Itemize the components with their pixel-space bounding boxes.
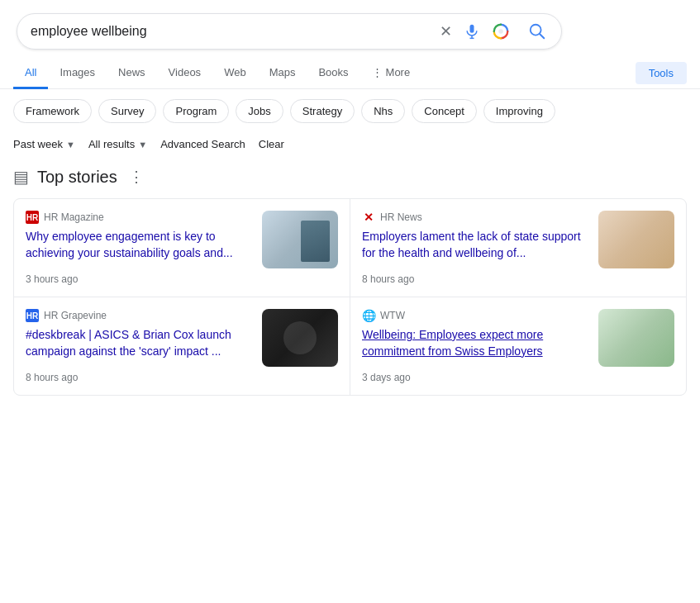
tab-books[interactable]: Books xyxy=(307,58,360,89)
advanced-search-link[interactable]: Advanced Search xyxy=(160,138,245,150)
hr-news-logo: ✕ xyxy=(362,211,375,224)
clear-filter-link[interactable]: Clear xyxy=(259,138,284,150)
chip-framework[interactable]: Framework xyxy=(13,99,92,123)
chip-strategy[interactable]: Strategy xyxy=(290,99,355,123)
tab-images[interactable]: Images xyxy=(48,58,107,89)
svg-line-6 xyxy=(540,34,544,38)
story-content-1: HR HR Magazine Why employee engagement i… xyxy=(26,211,254,264)
chips-row: Framework Survey Program Jobs Strategy N… xyxy=(0,89,700,133)
nav-tabs: All Images News Videos Web Maps Books ⋮ … xyxy=(0,50,700,89)
story-title-3: #deskbreak | ASICS & Brian Cox launch ca… xyxy=(26,327,254,359)
svg-point-4 xyxy=(498,29,503,34)
tab-news[interactable]: News xyxy=(107,58,157,89)
tab-videos[interactable]: Videos xyxy=(157,58,213,89)
chip-improving[interactable]: Improving xyxy=(483,99,555,123)
section-header: ▤ Top stories ⋮ xyxy=(13,167,687,187)
story-time-4: 3 days ago xyxy=(362,372,674,383)
filter-row: Past week ▼ All results ▼ Advanced Searc… xyxy=(0,133,700,160)
story-source-1: HR HR Magazine xyxy=(26,211,254,224)
tools-button[interactable]: Tools xyxy=(636,62,687,84)
story-title-1: Why employee engagement is key to achiev… xyxy=(26,229,254,261)
search-bar: ✕ xyxy=(17,13,562,50)
results-filter-button[interactable]: All results ▼ xyxy=(88,138,147,150)
search-submit-button[interactable] xyxy=(526,21,548,42)
tab-more[interactable]: ⋮ More xyxy=(360,58,422,89)
story-content-4: 🌐 WTW Wellbeing: Employees expect more c… xyxy=(362,309,590,363)
hr-magazine-logo: HR xyxy=(26,211,39,224)
time-filter-arrow-icon: ▼ xyxy=(66,140,75,150)
source-name-3: HR Grapevine xyxy=(44,310,107,321)
search-bar-container: ✕ xyxy=(0,0,700,50)
chip-program[interactable]: Program xyxy=(163,99,229,123)
story-title-2: Employers lament the lack of state suppo… xyxy=(362,229,590,261)
story-card-4[interactable]: 🌐 WTW Wellbeing: Employees expect more c… xyxy=(350,297,686,395)
story-time-2: 8 hours ago xyxy=(362,273,674,285)
story-source-2: ✕ HR News xyxy=(362,211,590,224)
top-stories-section: ▤ Top stories ⋮ HR HR Magazine Why emplo… xyxy=(0,160,700,396)
story-inner-2: ✕ HR News Employers lament the lack of s… xyxy=(362,211,674,268)
results-filter-arrow-icon: ▼ xyxy=(138,140,147,150)
tab-all[interactable]: All xyxy=(13,58,48,89)
story-source-4: 🌐 WTW xyxy=(362,309,590,322)
svg-rect-0 xyxy=(470,25,474,33)
story-inner-1: HR HR Magazine Why employee engagement i… xyxy=(26,211,338,268)
chip-jobs[interactable]: Jobs xyxy=(236,99,283,123)
newspaper-icon: ▤ xyxy=(13,167,29,187)
chip-survey[interactable]: Survey xyxy=(98,99,156,123)
story-thumb-1 xyxy=(262,211,338,268)
source-name-4: WTW xyxy=(380,310,405,321)
story-content-3: HR HR Grapevine #deskbreak | ASICS & Bri… xyxy=(26,309,254,363)
story-card-2[interactable]: ✕ HR News Employers lament the lack of s… xyxy=(350,199,686,297)
hr-grapevine-logo: HR xyxy=(26,309,39,322)
story-title-4: Wellbeing: Employees expect more commitm… xyxy=(362,327,590,359)
clear-search-button[interactable]: ✕ xyxy=(438,21,454,42)
search-bar-icons: ✕ xyxy=(438,21,548,42)
time-filter-button[interactable]: Past week ▼ xyxy=(13,138,75,150)
story-time-1: 3 hours ago xyxy=(26,273,338,285)
wtw-logo: 🌐 xyxy=(362,309,375,322)
more-dots-icon: ⋮ xyxy=(372,66,383,78)
story-thumb-3 xyxy=(262,309,338,367)
tab-maps[interactable]: Maps xyxy=(258,58,307,89)
section-more-icon[interactable]: ⋮ xyxy=(129,168,144,186)
search-input[interactable] xyxy=(31,24,438,39)
story-time-3: 8 hours ago xyxy=(26,372,338,383)
story-thumb-2 xyxy=(598,211,674,268)
tab-web[interactable]: Web xyxy=(212,58,258,89)
stories-grid: HR HR Magazine Why employee engagement i… xyxy=(13,198,687,396)
story-inner-3: HR HR Grapevine #deskbreak | ASICS & Bri… xyxy=(26,309,338,367)
source-name-1: HR Magazine xyxy=(44,211,104,223)
chip-nhs[interactable]: Nhs xyxy=(361,99,405,123)
section-title: Top stories xyxy=(37,168,117,187)
voice-search-button[interactable] xyxy=(462,21,482,41)
story-inner-4: 🌐 WTW Wellbeing: Employees expect more c… xyxy=(362,309,674,367)
story-card-1[interactable]: HR HR Magazine Why employee engagement i… xyxy=(14,199,350,297)
story-card-3[interactable]: HR HR Grapevine #deskbreak | ASICS & Bri… xyxy=(14,297,350,395)
story-content-2: ✕ HR News Employers lament the lack of s… xyxy=(362,211,590,264)
chip-concept[interactable]: Concept xyxy=(412,99,476,123)
story-source-3: HR HR Grapevine xyxy=(26,309,254,322)
google-lens-button[interactable] xyxy=(490,21,512,42)
source-name-2: HR News xyxy=(380,211,422,223)
story-thumb-4 xyxy=(598,309,674,367)
